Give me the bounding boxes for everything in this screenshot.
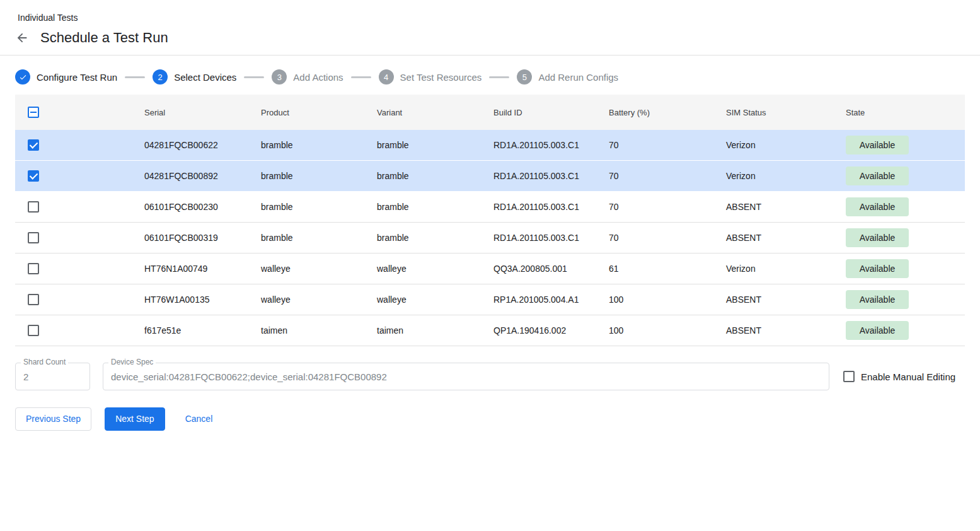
cell-state: Available — [833, 259, 965, 278]
cell-battery: 70 — [596, 202, 713, 212]
select-all-checkbox[interactable] — [28, 107, 39, 118]
column-header-state: State — [833, 108, 965, 117]
state-badge: Available — [846, 166, 909, 185]
cell-variant: walleye — [364, 295, 481, 305]
cell-sim-status: Verizon — [713, 171, 833, 181]
cell-product: taimen — [248, 325, 364, 336]
step-connector — [125, 76, 145, 78]
step-label-select-devices: Select Devices — [174, 72, 236, 83]
device-spec-input[interactable] — [103, 371, 829, 382]
manual-editing-label: Enable Manual Editing — [861, 371, 955, 382]
cell-battery: 61 — [596, 264, 713, 274]
cell-battery: 100 — [596, 325, 713, 336]
step-add-rerun-configs[interactable]: 5 Add Rerun Configs — [517, 69, 618, 85]
cell-variant: walleye — [364, 264, 481, 274]
row-checkbox[interactable] — [28, 325, 39, 336]
cell-build-id: RD1A.201105.003.C1 — [481, 233, 596, 243]
row-checkbox-cell — [15, 170, 132, 182]
row-checkbox[interactable] — [28, 232, 39, 243]
state-badge: Available — [846, 321, 909, 340]
page-title: Schedule a Test Run — [40, 30, 168, 46]
cell-state: Available — [833, 321, 965, 340]
cell-serial: 04281FQCB00622 — [132, 140, 248, 150]
cell-build-id: RD1A.201105.003.C1 — [481, 202, 596, 212]
state-badge: Available — [846, 197, 909, 216]
step-select-devices[interactable]: 2 Select Devices — [153, 69, 236, 85]
column-header-product: Product — [248, 108, 364, 117]
cancel-button[interactable]: Cancel — [175, 408, 223, 430]
cell-variant: bramble — [364, 233, 481, 243]
row-checkbox-cell — [15, 325, 132, 336]
cell-sim-status: ABSENT — [713, 202, 833, 212]
state-badge: Available — [846, 136, 909, 155]
page-header: Individual Tests Schedule a Test Run — [0, 0, 980, 46]
row-checkbox[interactable] — [28, 263, 39, 274]
enable-manual-editing-toggle[interactable]: Enable Manual Editing — [843, 371, 955, 382]
cell-variant: bramble — [364, 171, 481, 181]
cell-serial: 06101FQCB00319 — [132, 233, 248, 243]
step-connector — [489, 76, 509, 78]
step-label-configure-test-run: Configure Test Run — [37, 72, 117, 83]
row-checkbox[interactable] — [28, 170, 39, 182]
shard-count-label: Shard Count — [21, 358, 68, 366]
manual-editing-checkbox[interactable] — [843, 371, 855, 382]
cell-battery: 100 — [596, 295, 713, 305]
back-button[interactable] — [15, 31, 29, 45]
cell-build-id: RD1A.201105.003.C1 — [481, 171, 596, 181]
shard-count-field: Shard Count — [15, 363, 90, 390]
previous-step-button[interactable]: Previous Step — [15, 407, 91, 431]
column-header-battery: Battery (%) — [596, 108, 713, 117]
column-header-variant: Variant — [364, 108, 481, 117]
row-checkbox[interactable] — [28, 294, 39, 305]
row-checkbox[interactable] — [28, 139, 39, 151]
table-row[interactable]: HT76W1A00135 walleye walleye RP1A.201005… — [15, 284, 965, 315]
cell-state: Available — [833, 166, 965, 185]
table-row[interactable]: 06101FQCB00319 bramble bramble RD1A.2011… — [15, 223, 965, 254]
select-all-cell — [15, 107, 132, 118]
step-add-actions[interactable]: 3 Add Actions — [272, 69, 343, 85]
step-number-2: 2 — [153, 69, 168, 85]
table-row[interactable]: 04281FQCB00622 bramble bramble RD1A.2011… — [15, 130, 965, 161]
step-number-5: 5 — [517, 69, 532, 85]
step-configure-test-run[interactable]: Configure Test Run — [15, 69, 117, 85]
cell-serial: 04281FQCB00892 — [132, 171, 248, 181]
step-label-add-actions: Add Actions — [293, 72, 343, 83]
schedule-test-run-page: Individual Tests Schedule a Test Run Con… — [0, 0, 980, 431]
row-checkbox-cell — [15, 294, 132, 305]
cell-state: Available — [833, 228, 965, 247]
column-header-sim-status: SIM Status — [713, 108, 833, 117]
cell-build-id: QP1A.190416.002 — [481, 325, 596, 336]
row-checkbox-cell — [15, 232, 132, 243]
cell-state: Available — [833, 197, 965, 216]
table-row[interactable]: HT76N1A00749 walleye walleye QQ3A.200805… — [15, 254, 965, 284]
device-spec-field: Device Spec — [103, 363, 829, 390]
row-checkbox[interactable] — [28, 201, 39, 213]
action-buttons: Previous Step Next Step Cancel — [15, 407, 965, 431]
shard-count-input[interactable] — [16, 371, 89, 382]
cell-variant: bramble — [364, 140, 481, 150]
cell-state: Available — [833, 290, 965, 309]
stepper: Configure Test Run 2 Select Devices 3 Ad… — [0, 55, 980, 95]
column-header-serial: Serial — [132, 108, 248, 117]
cell-battery: 70 — [596, 233, 713, 243]
cell-product: bramble — [248, 140, 364, 150]
next-step-button[interactable]: Next Step — [105, 407, 164, 431]
table-row[interactable]: 04281FQCB00892 bramble bramble RD1A.2011… — [15, 161, 965, 192]
breadcrumb: Individual Tests — [18, 13, 965, 23]
step-number-4: 4 — [379, 69, 394, 85]
cell-variant: bramble — [364, 202, 481, 212]
step-set-test-resources[interactable]: 4 Set Test Resources — [379, 69, 482, 85]
step-connector — [351, 76, 371, 78]
cell-product: walleye — [248, 295, 364, 305]
cell-serial: f617e51e — [132, 325, 248, 336]
state-badge: Available — [846, 259, 909, 278]
state-badge: Available — [846, 228, 909, 247]
step-complete-check-icon — [15, 69, 30, 85]
table-row[interactable]: 06101FQCB00230 bramble bramble RD1A.2011… — [15, 192, 965, 223]
cell-sim-status: ABSENT — [713, 233, 833, 243]
state-badge: Available — [846, 290, 909, 309]
cell-build-id: RP1A.201005.004.A1 — [481, 295, 596, 305]
cell-serial: HT76W1A00135 — [132, 295, 248, 305]
cell-serial: HT76N1A00749 — [132, 264, 248, 274]
table-row[interactable]: f617e51e taimen taimen QP1A.190416.002 1… — [15, 315, 965, 346]
